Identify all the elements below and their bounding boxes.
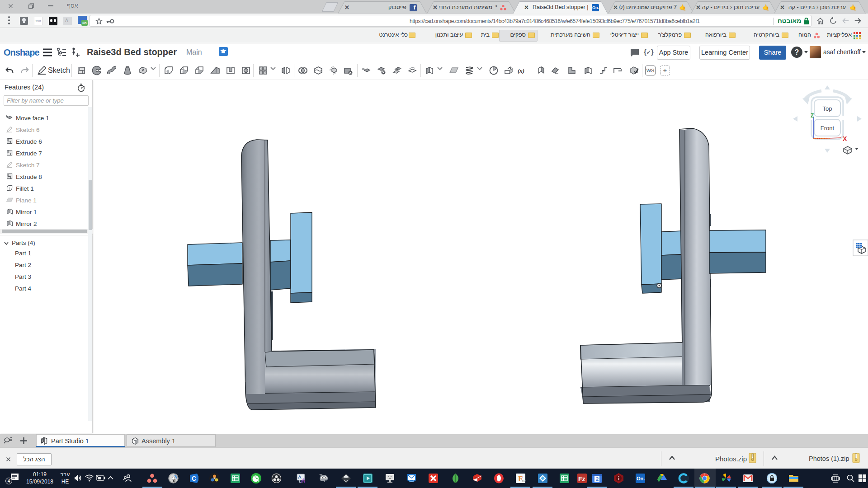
svg-text:C: C (192, 475, 196, 482)
svg-text:Z: Z (811, 113, 814, 119)
svg-text:Front: Front (821, 125, 835, 131)
svg-text:A: A (301, 477, 305, 484)
svg-text:Fz: Fz (578, 475, 585, 483)
svg-text:360: 360 (522, 480, 526, 483)
svg-text:X: X (843, 135, 847, 142)
svg-text:Top: Top (823, 105, 832, 112)
svg-text:On.: On. (637, 476, 645, 481)
svg-text:2: 2 (596, 476, 599, 482)
